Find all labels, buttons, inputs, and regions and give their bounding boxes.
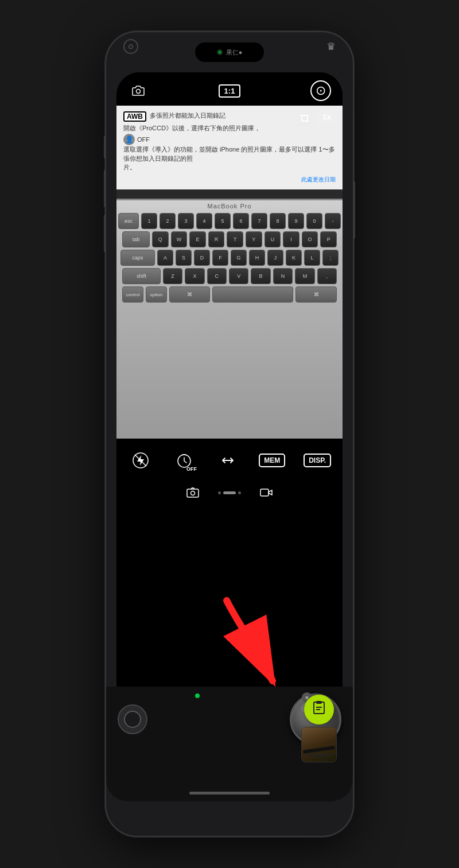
floating-action-area: × ?: [301, 695, 337, 762]
small-shutter-button[interactable]: [118, 704, 147, 734]
mode-dots: [218, 491, 241, 494]
timer-off-label: OFF: [186, 466, 197, 472]
flip-button[interactable]: [215, 448, 240, 473]
green-indicator-dot: [195, 693, 200, 698]
keyboard-rows: esc 123 456 789 0- tab QWE RTY UIO P: [122, 213, 337, 305]
macbook-keyboard: MacBook Pro esc 123 456 789 0- tab QWE R: [116, 199, 343, 439]
mode-selector: [116, 480, 343, 503]
svg-rect-9: [316, 701, 322, 704]
green-fab-button[interactable]: ?: [304, 695, 334, 724]
power-button[interactable]: [353, 181, 355, 239]
instruction-link[interactable]: 此處更改日期: [301, 176, 336, 183]
island-label: 果仁●: [226, 48, 243, 57]
hardware-bottom: × ?: [106, 687, 353, 801]
video-mode-icon[interactable]: [258, 485, 274, 501]
flash-button[interactable]: [128, 448, 153, 473]
camera-switch-button[interactable]: [128, 80, 149, 101]
phone-frame: 果仁● ⊙ ♛ 1:1 AWB 多張照片都能: [106, 32, 353, 836]
instruction-overlay: AWB 多張照片都能加入日期錄記 開啟《ProCCD》以後，選擇右下角的照片圖庫…: [116, 106, 343, 189]
hardware-controls: × ?: [106, 687, 353, 752]
instruction-text-1: 多張照片都能加入日期錄記: [150, 111, 225, 120]
mem-button[interactable]: MEM: [259, 454, 285, 467]
timer-button[interactable]: OFF: [172, 448, 197, 473]
instruction-text-5: 片。: [123, 163, 336, 172]
svg-text:?: ?: [320, 708, 323, 714]
instruction-text-2: 開啟《ProCCD》以後，選擇右下角的照片圖庫，: [123, 124, 336, 133]
viewfinder: AWB 多張照片都能加入日期錄記 開啟《ProCCD》以後，選擇右下角的照片圖庫…: [116, 106, 343, 439]
mute-button[interactable]: [104, 135, 106, 158]
crown-icon: ♛: [326, 40, 336, 53]
macbook-label: MacBook Pro: [207, 203, 251, 210]
ratio-badge[interactable]: 1:1: [219, 84, 241, 98]
svg-rect-7: [260, 489, 269, 496]
mode-dot-active: [223, 491, 236, 494]
camera-controls: OFF MEM DISP.: [116, 439, 343, 480]
volume-down-button[interactable]: [104, 215, 106, 252]
instruction-text-4: 選取選擇《導入》的功能，並開啟 iPhone 的照片圖庫，最多可以選擇 1〜多 …: [123, 145, 336, 163]
instruction-text-3: 👤 OFF: [123, 134, 336, 145]
mode-dot-1: [218, 491, 221, 494]
awb-badge: AWB: [123, 111, 146, 122]
left-indicator: ⊙: [123, 39, 138, 54]
dynamic-island: 果仁●: [195, 42, 264, 62]
camera-indicator: [217, 49, 223, 55]
fab-card-icon: ?: [312, 700, 326, 719]
mode-dot-3: [238, 491, 241, 494]
camera-top-bar: 1:1: [116, 72, 343, 106]
volume-up-button[interactable]: [104, 170, 106, 207]
settings-button[interactable]: [310, 80, 331, 101]
svg-point-6: [191, 491, 195, 495]
svg-point-0: [137, 90, 141, 94]
disp-button[interactable]: DISP.: [304, 454, 331, 467]
small-shutter-inner: [124, 711, 141, 728]
thumbnail-image: [302, 727, 336, 762]
fab-container: × ?: [304, 695, 334, 724]
photo-mode-icon[interactable]: [185, 485, 201, 501]
svg-rect-5: [187, 489, 199, 497]
photo-thumbnail[interactable]: [301, 727, 337, 762]
home-indicator[interactable]: [189, 792, 270, 795]
